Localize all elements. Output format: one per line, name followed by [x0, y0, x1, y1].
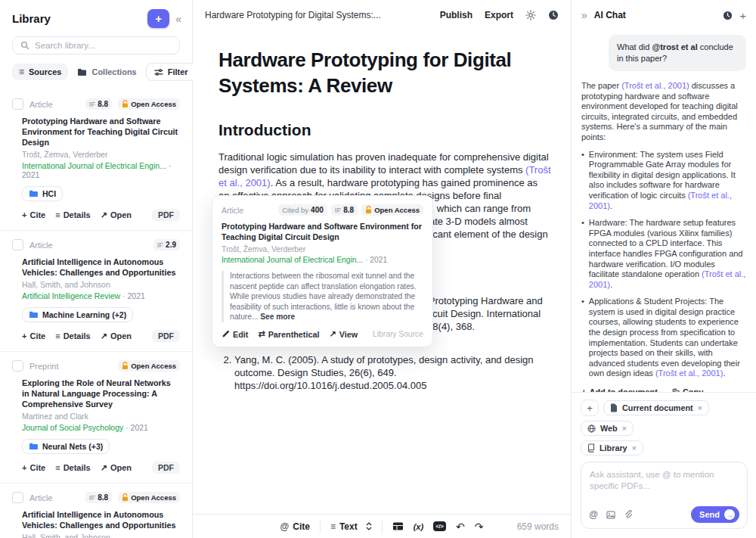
chat-input-box[interactable]: @ Send → — [581, 462, 748, 529]
text-style-select[interactable]: ≡ Text — [330, 521, 372, 532]
assistant-bullet-list: • Environment: The system uses Field Pro… — [581, 150, 746, 379]
add-source-button[interactable]: + — [147, 9, 169, 28]
card-title: Exploring the Role of Neural Networks in… — [22, 378, 180, 409]
new-chat-icon[interactable]: + — [739, 10, 746, 21]
plus-icon: + — [22, 211, 26, 219]
card-title: Prototyping Hardware and Software Enviro… — [22, 116, 180, 148]
close-icon[interactable]: × — [632, 443, 637, 452]
history-clock-icon[interactable] — [548, 10, 559, 20]
collapse-chat-icon[interactable]: » — [581, 9, 587, 21]
cite-button[interactable]: +Cite — [22, 463, 45, 472]
card-checkbox[interactable] — [12, 360, 23, 372]
edit-citation-button[interactable]: Edit — [222, 330, 248, 339]
view-source-button[interactable]: ↗View — [329, 330, 358, 339]
open-access-badge: Open Access — [118, 492, 180, 503]
list-icon: ≡ — [55, 464, 60, 472]
library-search[interactable] — [12, 36, 180, 54]
inline-citation[interactable]: (Trošt et al., 2001) — [621, 81, 689, 90]
mention-at-icon[interactable]: @ — [589, 510, 598, 519]
collapse-sidebar-icon[interactable]: « — [175, 13, 181, 25]
tab-collections[interactable]: Collections — [77, 67, 136, 76]
pdf-button[interactable]: PDF — [152, 209, 180, 221]
card-checkbox[interactable] — [12, 98, 23, 110]
folder-icon — [29, 311, 38, 319]
card-authors: Hall, Smith, and Johnson — [22, 280, 180, 289]
doc-heading: Hardware Prototyping for Digital Systems… — [218, 47, 551, 98]
search-input[interactable] — [35, 41, 172, 50]
open-button[interactable]: ↗Open — [101, 463, 132, 472]
library-source-label: Library Source — [373, 330, 423, 338]
collection-tag-chip[interactable]: HCI — [22, 186, 63, 201]
parenthetical-toggle[interactable]: ⇄Parenthetical — [258, 330, 319, 339]
details-button[interactable]: ≡Details — [55, 210, 91, 219]
inline-citation[interactable]: (Trošt et al., 2001) — [655, 369, 723, 378]
tab-sources[interactable]: ≡ Sources — [12, 64, 68, 80]
library-sidebar: Library + « ≡ Sources Collections Filter — [0, 0, 193, 538]
library-title: Library — [12, 12, 141, 25]
globe-icon — [587, 424, 596, 433]
see-more-link[interactable]: See more — [260, 313, 295, 321]
card-checkbox[interactable] — [12, 239, 23, 250]
context-chip-current-document[interactable]: Current document × — [603, 400, 709, 415]
chat-input[interactable] — [581, 462, 747, 500]
card-checkbox[interactable] — [12, 492, 23, 503]
pdf-button[interactable]: PDF — [152, 462, 180, 474]
source-card[interactable]: Preprint Open Access Exploring the Role … — [0, 352, 192, 484]
reference-item: Yang, M. C. (2005). A study of prototype… — [234, 353, 551, 392]
card-title: Artificial Intelligence in Autonomous Ve… — [22, 509, 180, 530]
open-access-badge: Open Access — [361, 204, 423, 216]
folder-icon — [77, 68, 87, 76]
bullet-icon: • — [581, 150, 584, 212]
export-button[interactable]: Export — [485, 10, 513, 20]
open-access-badge: Open Access — [118, 98, 180, 110]
paperclip-icon[interactable] — [624, 510, 632, 519]
toolbar-divider — [382, 520, 383, 533]
collection-tag-chip[interactable]: Machine Learning (+2) — [22, 307, 133, 322]
collection-tag-chip[interactable]: Neural Nets (+3) — [22, 439, 110, 454]
pdf-button[interactable]: PDF — [152, 330, 180, 342]
popup-authors: Trošt, Žemva, Verderber — [222, 245, 423, 253]
book-icon — [587, 443, 595, 452]
section-heading: Introduction — [218, 121, 551, 139]
open-button[interactable]: ↗Open — [101, 210, 132, 219]
cited-by-badge: Cited by400 — [278, 204, 327, 216]
publish-button[interactable]: Publish — [440, 10, 472, 20]
insert-equation-button[interactable]: (x) — [414, 522, 423, 531]
redo-button[interactable]: ↷ — [475, 521, 484, 533]
source-card[interactable]: Article IF8.8 Open Access Prototyping Ha… — [0, 90, 192, 231]
bullet-icon: • — [581, 297, 584, 379]
popup-journal: International Journal of Electrical Engi… — [222, 256, 423, 264]
document-title-breadcrumb: Hardware Prototyping for Digital Systems… — [205, 10, 428, 20]
cite-button[interactable]: +Cite — [22, 331, 45, 341]
word-count: 659 words — [517, 521, 559, 532]
card-journal: Journal of Social Psychology · 2021 — [22, 423, 180, 432]
close-icon[interactable]: × — [622, 424, 627, 433]
chat-history-clock-icon[interactable] — [723, 11, 733, 20]
card-authors: Martinez and Clark — [22, 412, 180, 421]
source-card[interactable]: Article IF8.8 Open Access Artificial Int… — [0, 484, 192, 538]
cite-button[interactable]: +Cite — [22, 210, 45, 219]
details-button[interactable]: ≡Details — [55, 463, 91, 472]
gear-icon[interactable] — [525, 10, 536, 20]
source-card-list: Article IF8.8 Open Access Prototyping Ha… — [0, 90, 192, 538]
details-button[interactable]: ≡Details — [55, 331, 91, 341]
insert-table-button[interactable] — [392, 521, 404, 531]
undo-button[interactable]: ↶ — [456, 521, 465, 533]
filter-button[interactable]: Filter — [146, 63, 197, 81]
add-context-button[interactable]: + — [581, 400, 599, 416]
card-type-label: Article — [29, 100, 79, 109]
image-icon[interactable] — [606, 511, 615, 519]
library-tabs: ≡ Sources Collections Filter — [12, 63, 180, 81]
close-icon[interactable]: × — [698, 403, 702, 412]
source-card[interactable]: Article IF2.9 Artificial Intelligence in… — [0, 231, 192, 352]
document-body[interactable]: Hardware Prototyping for Digital Systems… — [193, 30, 571, 514]
lock-icon — [122, 362, 129, 370]
open-button[interactable]: ↗Open — [101, 331, 132, 341]
insert-code-block-button[interactable]: </> — [433, 521, 446, 532]
send-button[interactable]: Send → — [691, 506, 739, 523]
list-icon: ≡ — [19, 67, 24, 76]
card-type-label: Preprint — [29, 362, 112, 371]
context-chip-web[interactable]: Web × — [581, 421, 634, 436]
context-chip-library[interactable]: Library × — [581, 440, 643, 456]
cite-tool-button[interactable]: @Cite — [280, 521, 310, 532]
